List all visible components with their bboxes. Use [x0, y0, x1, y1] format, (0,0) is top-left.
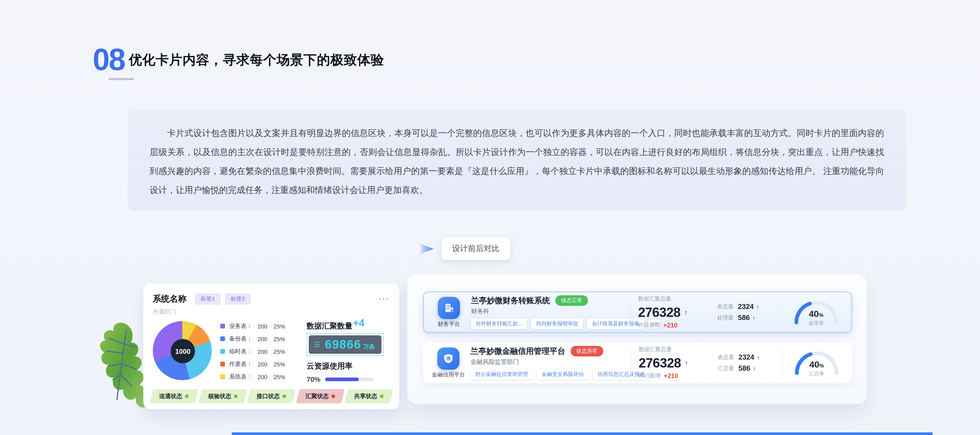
feature-tag: 对公金融征信查询管理: [471, 369, 533, 380]
legend-swatch: [220, 374, 225, 379]
svg-text:信: 信: [446, 355, 451, 360]
department-label: 所属部门: [153, 308, 390, 316]
metric-label: 表总量: [717, 303, 734, 310]
cloud-usage-bar: [325, 378, 374, 381]
agg-count-label: 数据汇聚数量: [307, 321, 353, 331]
cloud-usage-percent: 70%: [307, 375, 320, 383]
metric-value: 2324: [738, 303, 754, 311]
up-arrow-icon: ↑: [752, 314, 755, 321]
yesterday-label: 昨日新增: [639, 372, 661, 380]
pie-center-total: 1000: [171, 339, 195, 363]
status-badges-row: 连通状态 核验状态 接口状态 汇聚状态 共享状态: [151, 389, 391, 403]
section-heading: 08 优化卡片内容，寻求每个场景下的极致体验: [93, 44, 384, 75]
pie-legend: 业务表： 200 25% 备份表： 200 25% 临时表： 200 25%: [220, 321, 300, 386]
cloud-usage-label: 云资源使用率: [307, 361, 390, 371]
before-card-stats: 数据汇聚数量 +4 ☰ 69866 万条 云资源使用率 70%: [307, 321, 390, 386]
metric-label: 汇总量: [718, 365, 734, 372]
yesterday-delta: +210: [664, 372, 678, 380]
feature-tag: 会计核算及财务报备: [587, 319, 644, 329]
more-menu-icon[interactable]: ···: [379, 297, 390, 301]
feature-tag: 对内财务报销审批: [531, 319, 583, 329]
legend-item: 业务表： 200 25%: [220, 322, 300, 330]
divider: [631, 349, 631, 376]
section-underline: [108, 78, 134, 80]
list-icon: ☰: [314, 341, 320, 349]
system-name-title: 系统名称: [153, 293, 186, 304]
up-arrow-icon: ↑: [685, 359, 688, 367]
up-arrow-icon: ↑: [757, 354, 760, 360]
after-design-panel: 财务平台 兰亭妙微财务转账系统 状态正常 财务科 对外财务转账汇款... 对内财…: [407, 274, 867, 404]
status-dot-green: [234, 394, 237, 398]
metric-value: 2324: [738, 353, 754, 361]
status-badge-error: 汇聚状态: [296, 389, 345, 403]
feature-tag: 对外财务转账汇款...: [471, 319, 527, 329]
gauge-processing-rate: 40% 处理率: [789, 295, 843, 329]
yesterday-delta: +210: [663, 322, 678, 329]
total-value: 276328: [639, 355, 681, 371]
agg-value: 69866: [325, 338, 361, 352]
legend-swatch: [220, 336, 225, 341]
status-dot-green: [380, 394, 383, 398]
legend-item: 系统表： 200 25%: [220, 373, 300, 381]
compare-row: 设计前后对比: [417, 237, 510, 260]
legend-swatch: [220, 362, 225, 366]
up-arrow-icon: ↑: [756, 303, 759, 310]
section-title: 优化卡片内容，寻求每个场景下的极致体验: [129, 51, 384, 69]
legend-swatch: [220, 349, 225, 354]
app-tags: 对外财务转账汇款... 对内财务报销审批 会计核算及财务报备 +2: [471, 319, 623, 329]
metric-value: 586: [738, 364, 750, 372]
gauge-summary-rate: 40% 汇总率: [790, 346, 843, 380]
status-dot-green: [185, 394, 189, 398]
section-number: 08: [93, 44, 125, 75]
compare-button[interactable]: 设计前后对比: [442, 237, 510, 260]
yesterday-label: 昨日新增: [638, 322, 660, 329]
agg-delta: +4: [353, 317, 364, 329]
shield-credit-icon: 信: [438, 347, 460, 370]
platform-label: 金融信用平台: [431, 371, 465, 378]
app-title: 兰亭妙微金融信用管理平台: [471, 346, 565, 356]
metric-label: 处理量: [717, 314, 734, 321]
page: 08 优化卡片内容，寻求每个场景下的极致体验 卡片式设计包含图片以及文案并且有明…: [0, 0, 980, 435]
app-tags: 对公金融征信查询管理 金融安全风险评估 信用信息汇总及报送: [471, 369, 623, 380]
total-label: 数据汇聚总量: [638, 295, 716, 303]
feature-tag: 金融安全风险评估: [537, 369, 589, 380]
pie-chart: 1000: [153, 321, 213, 381]
legend-item: 备份表： 200 25%: [220, 335, 300, 343]
status-badge-error: 状态异常: [571, 346, 603, 357]
arrow-right-icon: [417, 240, 438, 257]
app-card-finance[interactable]: 财务平台 兰亭妙微财务转账系统 状态正常 财务科 对外财务转账汇款... 对内财…: [423, 292, 852, 333]
before-design-card: 系统名称 标签1 标签2 ··· 所属部门 1000 业务表： 200 25%: [143, 284, 399, 409]
agg-unit: 万条: [363, 343, 375, 351]
next-section-edge: [232, 432, 932, 435]
legend-item: 临时表： 200 25%: [220, 347, 300, 355]
intro-panel: 卡片式设计包含图片以及文案并且有明显边界的信息区块，本身可以是一个完整的信息区块…: [127, 110, 906, 211]
divider: [630, 298, 631, 326]
intro-text: 卡片式设计包含图片以及文案并且有明显边界的信息区块，本身可以是一个完整的信息区块…: [150, 123, 884, 199]
status-dot-red: [331, 394, 335, 398]
app-department: 金融风险监管部门: [471, 358, 623, 366]
legend-item: 作废表： 200 25%: [220, 360, 300, 368]
app-department: 财务科: [471, 308, 623, 315]
leaf-decoration: [97, 320, 148, 413]
status-badge: 接口状态: [247, 389, 296, 403]
app-title: 兰亭妙微财务转账系统: [471, 296, 550, 306]
selected-value-box[interactable]: ☰ 69866 万条: [307, 333, 383, 356]
gauge-label: 处理率: [789, 320, 843, 327]
status-badge-normal: 状态正常: [555, 295, 588, 306]
gauge-label: 汇总率: [790, 371, 843, 378]
building-icon: [438, 296, 460, 319]
status-badge: 连通状态: [150, 389, 198, 403]
divider: [782, 349, 783, 376]
total-value: 276328: [638, 305, 681, 320]
cloud-usage-bar-fill: [325, 378, 359, 381]
section-number-text: 08: [93, 42, 125, 76]
agg-value-box: ☰ 69866 万条: [309, 335, 381, 354]
status-badge: 核验状态: [198, 389, 247, 403]
status-badge: 共享状态: [345, 389, 393, 403]
status-dot-green: [282, 394, 286, 398]
up-arrow-icon: ↑: [684, 308, 687, 316]
app-card-credit[interactable]: 信 金融信用平台 兰亭妙微金融信用管理平台 状态异常 金融风险监管部门 对公金融…: [423, 342, 852, 383]
tag-pill: 标签1: [195, 293, 221, 305]
platform-label: 财务平台: [432, 320, 466, 328]
up-arrow-icon: ↑: [753, 365, 756, 371]
